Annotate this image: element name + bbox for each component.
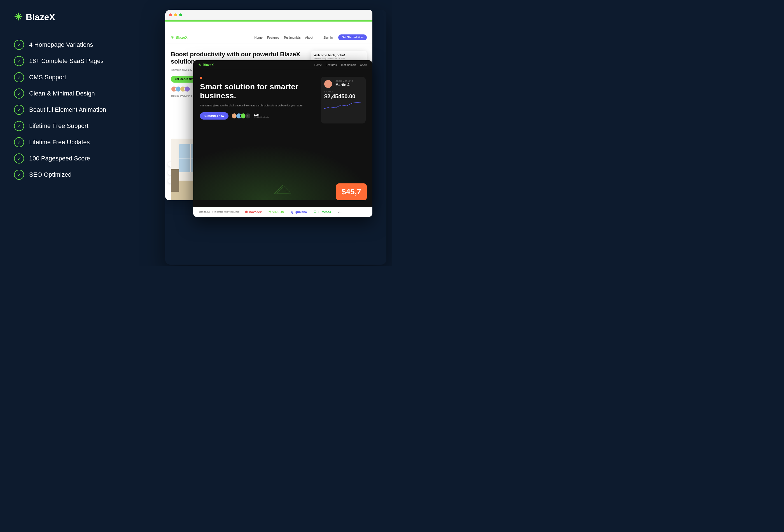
quixana-name: Quixana (295, 210, 307, 214)
b2-avatar-group: + 1.2m Worldwide clients (231, 113, 269, 119)
company-z: Z... (338, 210, 342, 214)
companies-bar: Join 25,000+ companies who've reached ◉ … (193, 207, 372, 217)
b1-logo-icon: ✳ (171, 35, 174, 39)
check-icon: ✓ (14, 121, 24, 131)
browser-2-dark: ✳ BlazeX Home Features Testimonials Abou… (193, 60, 372, 217)
balance-label: Balance (324, 91, 362, 93)
svg-rect-9 (171, 169, 179, 192)
svg-rect-10 (171, 169, 179, 170)
check-icon: ✓ (14, 88, 24, 99)
b2-hero: Smart solution for smarter business. Fra… (200, 77, 315, 123)
check-icon: ✓ (14, 56, 24, 66)
browser2-navbar: ✳ BlazeX Home Features Testimonials Abou… (193, 60, 372, 70)
browser1-navbar: ✳ BlazeX Home Features Testimonials Abou… (165, 32, 372, 44)
feature-list: ✓ 4 Homepage Variations ✓ 18+ Complete S… (14, 40, 154, 180)
list-item: ✓ SEO Optimized (14, 170, 154, 180)
company-novadex: ◉ novadex (245, 210, 262, 214)
check-icon: ✓ (14, 137, 24, 147)
clients-number: 1.2m (254, 113, 269, 116)
browser2-nav-links: Home Features Testimonials About (314, 63, 367, 67)
browser1-logo: ✳ BlazeX (171, 35, 188, 39)
check-icon: ✓ (14, 105, 24, 115)
martin-card: Good Morning Martin J. Balance $2,45450.… (321, 77, 366, 123)
vireon-icon: ✳ (269, 210, 271, 214)
martin-avatar (324, 80, 332, 88)
list-item: ✓ Beautiful Element Animation (14, 105, 154, 115)
big-orange-badge: $45,7 (336, 184, 367, 200)
feature-label: 18+ Complete SaaS Pages (29, 57, 104, 65)
list-item: ✓ 18+ Complete SaaS Pages (14, 56, 154, 66)
lumessa-name: Lumessa (318, 210, 331, 214)
b2-logo: ✳ BlazeX (198, 63, 214, 67)
novadex-name: novadex (249, 210, 262, 214)
svg-marker-17 (274, 185, 291, 194)
window-maximize-dot (179, 13, 182, 16)
logo-icon: ✳ (14, 11, 22, 23)
b2-logo-text: BlazeX (203, 63, 214, 67)
list-item: ✓ Lifetime Free Support (14, 121, 154, 131)
nav-testimonials[interactable]: Testimonials (284, 36, 301, 39)
b2-avatar-more: + (245, 113, 251, 119)
avatar (184, 86, 190, 92)
check-icon: ✓ (14, 72, 24, 82)
z-name: Z... (338, 210, 342, 214)
left-panel: ✳ BlazeX ✓ 4 Homepage Variations ✓ 18+ C… (0, 0, 168, 266)
list-item: ✓ 4 Homepage Variations (14, 40, 154, 50)
logo-text: BlazeX (26, 12, 55, 22)
feature-label: SEO Optimized (29, 171, 72, 178)
b2-hero-title: Smart solution for smarter business. (200, 82, 315, 100)
check-icon: ✓ (14, 170, 24, 180)
company-logos: ◉ novadex ✳ VIREON Q Quixana ⬡ Lumessa Z… (245, 210, 342, 214)
clients-label: Worldwide clients (254, 116, 269, 118)
dash-welcome: Welcome back, John! (314, 54, 364, 57)
logo-area: ✳ BlazeX (14, 11, 154, 23)
nav-home[interactable]: Home (254, 36, 263, 39)
lumessa-icon: ⬡ (314, 210, 316, 214)
b2-cta-button[interactable]: Get Started Now (200, 112, 228, 119)
nav-features[interactable]: Features (267, 36, 279, 39)
b2-nav-testimonials[interactable]: Testimonials (341, 63, 356, 67)
companies-label: Join 25,000+ companies who've reached (199, 211, 240, 213)
b2-hero-subtitle: FramerBite gives you the blocks needed t… (200, 104, 315, 108)
b2-nav-about[interactable]: About (360, 63, 367, 67)
balance-amount: $2,45450.00 (324, 93, 362, 100)
list-item: ✓ Lifetime Free Updates (14, 137, 154, 147)
quixana-icon: Q (291, 210, 293, 214)
svg-marker-18 (277, 187, 289, 194)
novadex-icon: ◉ (245, 210, 248, 214)
b1-logo-text: BlazeX (175, 35, 188, 39)
list-item: ✓ Clean & Minimal Design (14, 88, 154, 99)
b2-nav-home[interactable]: Home (314, 63, 322, 67)
vireon-name: VIREON (273, 210, 284, 214)
dash-date: Today Monday, September 15, 2023 (314, 57, 364, 59)
window-minimize-dot (174, 13, 177, 16)
browser2-content: Smart solution for smarter business. Fra… (193, 70, 372, 130)
feature-label: 4 Homepage Variations (29, 41, 93, 49)
feature-label: 100 Pagespeed Score (29, 155, 90, 162)
check-icon: ✓ (14, 153, 24, 164)
feature-label: Beautiful Element Animation (29, 106, 106, 113)
get-started-button[interactable]: Get Started Now (338, 34, 367, 40)
card-name: Martin J. (335, 83, 353, 87)
b2-logo-icon: ✳ (198, 63, 201, 67)
company-quixana: Q Quixana (291, 210, 307, 214)
accent-bar (165, 20, 372, 22)
company-lumessa: ⬡ Lumessa (314, 210, 331, 214)
list-item: ✓ CMS Support (14, 72, 154, 82)
triangle-decoration (274, 185, 291, 195)
feature-label: Lifetime Free Support (29, 122, 88, 130)
browser1-nav-links: Home Features Testimonials About (254, 36, 313, 39)
right-panel: ✳ BlazeX Home Features Testimonials Abou… (165, 10, 386, 264)
decoration-dot (200, 77, 202, 79)
list-item: ✓ 100 Pagespeed Score (14, 153, 154, 164)
signin-link[interactable]: Sign in (324, 36, 333, 39)
browser-bar (165, 10, 372, 20)
b2-nav-features[interactable]: Features (326, 63, 337, 67)
company-vireon: ✳ VIREON (269, 210, 284, 214)
b2-hero-buttons: Get Started Now + 1.2m Worldwide clients (200, 112, 315, 119)
window-close-dot (169, 13, 172, 16)
card-greeting: Good Morning (335, 80, 353, 82)
b2-clients-count: 1.2m Worldwide clients (254, 113, 269, 118)
check-icon: ✓ (14, 40, 24, 50)
nav-about[interactable]: About (305, 36, 313, 39)
